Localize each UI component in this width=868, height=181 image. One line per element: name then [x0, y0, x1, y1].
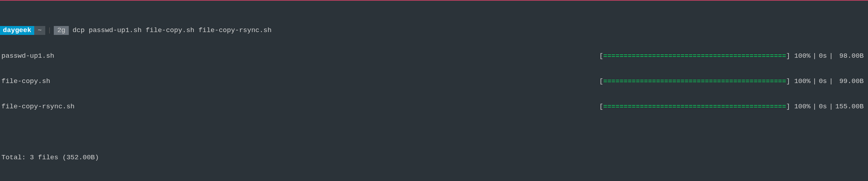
- bracket-right: ]: [786, 52, 790, 61]
- prompt-line[interactable]: daygeek ~ | 2g dcp passwd-up1.sh file-co…: [0, 26, 868, 35]
- bracket-left: [: [599, 77, 603, 86]
- divider: |: [811, 103, 819, 111]
- prompt-command: dcp passwd-up1.sh file-copy.sh file-copy…: [69, 26, 272, 35]
- divider: |: [811, 52, 819, 61]
- pct: [790, 52, 794, 61]
- time: 0s: [819, 103, 827, 111]
- file-row: file-copy.sh [==========================…: [0, 77, 868, 86]
- prompt-path: ~: [34, 26, 45, 35]
- file-row: file-copy-rsync.sh [====================…: [0, 103, 868, 111]
- file-name: file-copy.sh: [1, 77, 50, 86]
- prompt-git: 2g: [54, 26, 69, 35]
- file-name: passwd-up1.sh: [1, 52, 54, 61]
- pct: [790, 103, 794, 111]
- bracket-left: [: [599, 52, 603, 61]
- progress-bar: ========================================…: [603, 52, 786, 61]
- divider: |: [827, 103, 835, 111]
- file-row: passwd-up1.sh [=========================…: [0, 52, 868, 61]
- prompt-sep: |: [45, 26, 53, 35]
- total-line: Total: 3 files (352.00B): [0, 154, 868, 162]
- size: 99.00B: [835, 77, 864, 86]
- bracket-left: [: [599, 103, 603, 111]
- file-progress: [=======================================…: [599, 77, 868, 86]
- file-name: file-copy-rsync.sh: [1, 103, 74, 111]
- file-progress: [=======================================…: [599, 52, 868, 61]
- prompt-user: daygeek: [0, 26, 34, 35]
- time: 0s: [819, 77, 827, 86]
- bracket-right: ]: [786, 103, 790, 111]
- blank-line: [0, 128, 868, 137]
- progress-bar: ========================================…: [603, 103, 786, 111]
- size: 98.00B: [835, 52, 864, 61]
- time: 0s: [819, 52, 827, 61]
- divider: |: [827, 77, 835, 86]
- pct: [790, 77, 794, 86]
- size: 155.00B: [835, 103, 864, 111]
- file-progress: [=======================================…: [599, 103, 868, 111]
- progress-bar: ========================================…: [603, 77, 786, 86]
- divider: |: [811, 77, 819, 86]
- bracket-right: ]: [786, 77, 790, 86]
- blank-line: [0, 179, 868, 181]
- divider: |: [827, 52, 835, 61]
